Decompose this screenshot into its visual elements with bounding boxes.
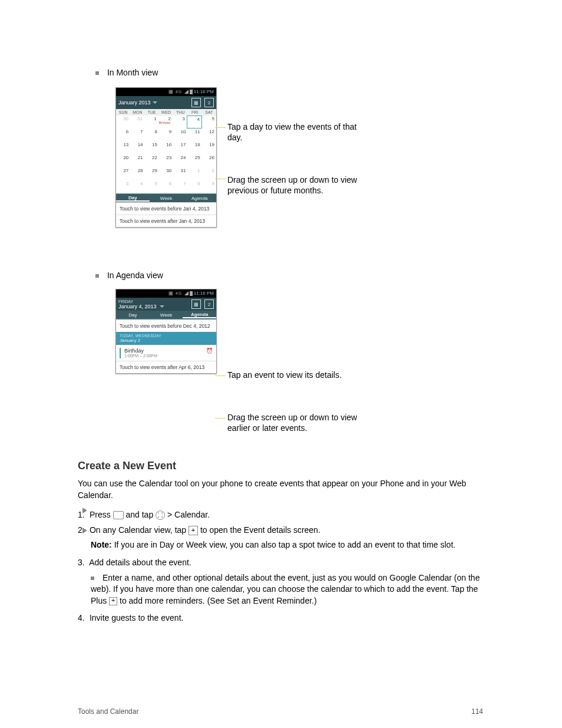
note-line: Note: If you are in Day or Week view, yo… (91, 539, 484, 551)
day-cell[interactable]: 1 (187, 167, 201, 180)
event-marker: Birthday (158, 121, 171, 124)
day-cell[interactable]: 3 (173, 116, 187, 129)
view-tabs: Day Week Agenda (116, 193, 216, 202)
cal-title[interactable]: January 2013 (118, 100, 151, 106)
step-2: 2. On any Calendar view, tap + to open t… (78, 525, 484, 536)
add-event-icon[interactable]: ▦ (191, 299, 201, 309)
day-cell[interactable]: 26 (202, 154, 216, 167)
day-cell[interactable]: 31 (173, 167, 187, 180)
tab-day[interactable]: Day (116, 195, 150, 202)
callout-line (215, 127, 226, 128)
bullet-label: In Month view (107, 68, 158, 77)
callout-drag-agenda: Drag the screen up or down to view earli… (227, 413, 381, 433)
day-cell[interactable]: 1 (144, 116, 158, 129)
day-cell[interactable]: 24 (173, 154, 187, 167)
day-cell[interactable]: 27 (116, 167, 130, 180)
touch-after[interactable]: Touch to view events after Jan 4, 2013 (116, 215, 216, 227)
day-cell[interactable]: 9 (159, 129, 173, 141)
step-1: 1. Press and tap > Calendar. (78, 509, 484, 521)
day-cell[interactable]: 25 (187, 154, 201, 167)
battery-icon (190, 90, 193, 94)
callout-tap-event: Tap an event to view its details. (227, 370, 381, 381)
day-cell[interactable]: 2 (202, 167, 216, 180)
day-cell[interactable]: 4 (130, 180, 144, 193)
day-cell[interactable]: 13 (116, 141, 130, 154)
day-cell[interactable]: 30 (116, 116, 130, 129)
tab-day[interactable]: Day (116, 312, 150, 318)
bullet-month-view: In Month view (95, 67, 158, 78)
step-3: 3. Add details about the event. (78, 557, 484, 569)
day-cell[interactable]: 10 (173, 129, 187, 141)
month-grid[interactable]: 303112Birthday34567891011121314151617181… (116, 116, 216, 193)
day-cell[interactable]: 20 (116, 154, 130, 167)
bullet-agenda-view: In Agenda view (95, 270, 163, 281)
day-cell[interactable]: 5 (202, 116, 216, 129)
day-cell[interactable]: 4 (187, 116, 202, 129)
day-cell[interactable]: 18 (187, 141, 201, 154)
view-tabs: Day Week Agenda (116, 311, 216, 319)
day-cell[interactable]: 6 (159, 180, 173, 193)
battery-icon (190, 291, 193, 296)
signal-icon (184, 90, 189, 94)
day-cell[interactable]: 31 (130, 116, 144, 129)
status-icons: ▦ 4G (168, 291, 193, 296)
day-cell[interactable]: 16 (159, 141, 173, 154)
tab-agenda[interactable]: Agenda (183, 312, 216, 318)
tab-week[interactable]: Week (150, 312, 183, 318)
callout-drag-month: Drag the screen up or down to view previ… (227, 175, 381, 196)
day-cell[interactable]: 6 (116, 129, 130, 141)
day-cell[interactable]: 29 (145, 167, 159, 180)
cal-title[interactable]: January 4, 2013 (118, 304, 157, 309)
alarm-icon: ⏰ (206, 348, 213, 354)
day-cell[interactable]: 22 (145, 154, 159, 167)
status-icons: ▦ 4G (168, 89, 193, 94)
day-cell[interactable]: 7 (173, 180, 187, 193)
touch-before[interactable]: Touch to view events before Jan 4, 2013 (116, 202, 216, 215)
agenda-event-item[interactable]: Birthday 1:00PM – 2:00PM ⏰ (116, 345, 216, 361)
add-event-icon[interactable]: ▦ (191, 98, 201, 107)
status-time: 11:16 PM (194, 291, 214, 296)
day-cell[interactable]: 5 (145, 180, 159, 193)
day-cell[interactable]: 15 (145, 141, 159, 154)
today-icon[interactable]: 2 (204, 299, 214, 309)
weekday-label: FRIDAY (118, 299, 164, 304)
triangle-marker (82, 505, 92, 515)
apps-icon (156, 510, 165, 520)
day-cell[interactable]: 8 (187, 180, 201, 193)
tab-agenda[interactable]: Agenda (183, 196, 216, 201)
day-cell[interactable]: 19 (202, 141, 216, 154)
day-cell[interactable]: 21 (130, 154, 144, 167)
day-cell[interactable]: 14 (130, 141, 144, 154)
day-cell[interactable]: 11 (187, 129, 201, 141)
day-cell[interactable]: 8 (145, 129, 159, 141)
tab-week[interactable]: Week (150, 196, 183, 201)
day-cell[interactable]: 23 (159, 154, 173, 167)
home-icon (113, 511, 124, 519)
day-cell[interactable]: 7 (130, 129, 144, 141)
touch-after[interactable]: Touch to view events after Apr 6, 2013 (116, 361, 216, 373)
callout-line (215, 375, 226, 376)
callout-line (215, 179, 226, 179)
event-title: Birthday (124, 348, 157, 354)
bullet-label: In Agenda view (107, 271, 163, 280)
event-time: 1:00PM – 2:00PM (124, 354, 157, 358)
touch-before[interactable]: Touch to view events before Dec 4, 2012 (116, 319, 216, 332)
callout-line (215, 418, 226, 419)
day-cell[interactable]: 2Birthday (158, 116, 173, 129)
plus-icon: + (109, 597, 117, 605)
day-cell[interactable]: 3 (116, 180, 130, 193)
square-bullet-icon (91, 577, 94, 580)
today-icon[interactable]: 2 (204, 98, 214, 107)
section-create-event: Create a New Event You can use the Calen… (78, 460, 484, 624)
day-cell[interactable]: 12 (202, 129, 216, 141)
day-cell[interactable]: 17 (173, 141, 187, 154)
day-cell[interactable]: 9 (202, 180, 216, 193)
step-4: 4. Invite guests to the event. (78, 612, 484, 624)
day-cell[interactable]: 28 (130, 167, 144, 180)
dropdown-icon (160, 305, 164, 308)
status-bar: ▦ 4G 11:16 PM (116, 88, 216, 96)
title-bar: FRIDAY January 4, 2013 ▦ 2 (116, 298, 216, 311)
event-color-bar (120, 348, 121, 358)
day-cell[interactable]: 30 (159, 167, 173, 180)
title-bar: January 2013 ▦ 2 (116, 96, 216, 109)
